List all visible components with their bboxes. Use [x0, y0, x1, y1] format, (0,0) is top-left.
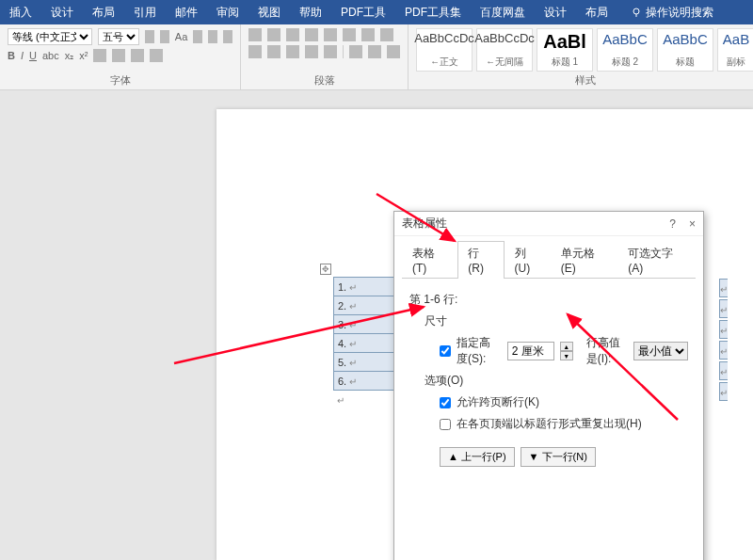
rows-range-label: 第 1-6 行: — [409, 292, 688, 308]
superscript-button[interactable]: x² — [79, 50, 88, 61]
tell-me-label: 操作说明搜索 — [646, 5, 713, 21]
paragraph-mark-icon: ↵ — [337, 395, 344, 406]
italic-button[interactable]: I — [21, 50, 24, 61]
menu-layout-2[interactable]: 布局 — [576, 0, 617, 24]
menu-mailings[interactable]: 邮件 — [166, 0, 207, 24]
align-left-icon[interactable] — [248, 45, 262, 58]
table-move-handle[interactable]: ✥ — [320, 264, 331, 275]
group-font-label: 字体 — [8, 73, 232, 88]
group-styles: AaBbCcDc←正文 AaBbCcDc←无间隔 AaBl标题 1 AaBbC标… — [409, 24, 753, 89]
sort-icon[interactable] — [343, 28, 356, 41]
char-shading-icon[interactable] — [150, 49, 163, 62]
allow-break-checkbox[interactable] — [440, 397, 451, 408]
menu-design-2[interactable]: 设计 — [535, 0, 576, 24]
specify-height-label: 指定高度(S): — [457, 335, 502, 367]
increase-indent-icon[interactable] — [324, 28, 337, 41]
table-row: 5. ↵ — [334, 353, 399, 372]
bold-button[interactable]: B — [8, 50, 15, 61]
group-paragraph: 段落 — [241, 24, 409, 89]
increase-font-icon[interactable] — [145, 30, 154, 43]
menu-help[interactable]: 帮助 — [290, 0, 331, 24]
shading-icon[interactable] — [368, 45, 381, 58]
align-center-icon[interactable] — [267, 45, 280, 58]
style-subtitle[interactable]: AaB副标 — [717, 28, 753, 72]
phonetic-guide-icon[interactable] — [208, 30, 217, 43]
menu-review[interactable]: 审阅 — [207, 0, 248, 24]
bulb-icon — [631, 7, 642, 18]
text-effects-icon[interactable] — [93, 49, 106, 62]
clear-format-icon[interactable] — [193, 30, 202, 43]
change-case-icon[interactable]: Aa — [175, 31, 187, 42]
menu-baidu-netdisk[interactable]: 百度网盘 — [471, 0, 535, 24]
line-spacing-icon[interactable] — [349, 45, 362, 58]
menu-references[interactable]: 引用 — [124, 0, 166, 24]
dialog-title: 表格属性 — [402, 216, 447, 232]
tab-alt-text[interactable]: 可选文字(A) — [617, 241, 696, 279]
specify-height-checkbox[interactable] — [440, 345, 451, 357]
tab-cell[interactable]: 单元格(E) — [551, 241, 617, 279]
row-height-is-label: 行高值是(I): — [586, 335, 628, 367]
dialog-titlebar[interactable]: 表格属性 ? × — [394, 212, 703, 236]
allow-break-label: 允许跨页断行(K) — [457, 394, 539, 410]
group-paragraph-label: 段落 — [248, 73, 400, 88]
prev-row-button[interactable]: ▲ 上一行(P) — [440, 447, 515, 467]
menu-bar: 插入 设计 布局 引用 邮件 审阅 视图 帮助 PDF工具 PDF工具集 百度网… — [0, 0, 753, 24]
height-spin-up[interactable]: ▲ — [560, 342, 573, 351]
highlight-icon[interactable] — [112, 49, 125, 62]
height-spin-down[interactable]: ▼ — [560, 351, 573, 360]
justify-icon[interactable] — [305, 45, 318, 58]
menu-pdf-tools[interactable]: PDF工具 — [331, 0, 395, 24]
menu-pdf-toolset[interactable]: PDF工具集 — [395, 0, 471, 24]
menu-view[interactable]: 视图 — [248, 0, 290, 24]
table-row: 1. ↵ — [334, 278, 399, 296]
decrease-font-icon[interactable] — [160, 30, 169, 43]
style-normal[interactable]: AaBbCcDc←正文 — [416, 28, 473, 72]
style-heading2[interactable]: AaBbC标题 2 — [597, 28, 653, 72]
subscript-button[interactable]: x₂ — [65, 50, 74, 62]
tab-row[interactable]: 行(R) — [457, 241, 504, 279]
ribbon: 等线 (中文正文) 五号 Aa B I U abc x₂ x² — [0, 24, 753, 90]
menu-design[interactable]: 设计 — [41, 0, 83, 24]
menu-insert[interactable]: 插入 — [0, 0, 41, 24]
style-no-spacing[interactable]: AaBbCcDc←无间隔 — [476, 28, 533, 72]
tell-me-search[interactable]: 操作说明搜索 — [621, 0, 723, 24]
multilevel-icon[interactable] — [286, 28, 299, 41]
next-row-button[interactable]: ▼ 下一行(N) — [521, 447, 596, 467]
separator — [343, 45, 344, 58]
table-row: 3. ↵ — [334, 315, 399, 334]
ltr-icon[interactable] — [361, 28, 375, 41]
char-border-icon[interactable] — [223, 30, 232, 43]
strike-button[interactable]: abc — [42, 50, 59, 61]
dialog-close-button[interactable]: × — [689, 217, 696, 231]
numbering-icon[interactable] — [267, 28, 280, 41]
font-color-icon[interactable] — [131, 49, 144, 62]
style-title[interactable]: AaBbC标题 — [657, 28, 713, 72]
group-styles-label: 样式 — [416, 73, 753, 88]
repeat-header-checkbox[interactable] — [440, 419, 451, 430]
bullets-icon[interactable] — [248, 28, 262, 41]
table-row: 6. ↵ — [334, 372, 399, 391]
style-heading1[interactable]: AaBl标题 1 — [537, 28, 593, 72]
tab-column[interactable]: 列(U) — [505, 241, 551, 279]
table-right-edge: ↵↵↵↵↵↵ — [717, 277, 753, 403]
dialog-tabs: 表格(T) 行(R) 列(U) 单元格(E) 可选文字(A) — [402, 240, 696, 279]
svg-point-0 — [633, 8, 639, 14]
tab-table[interactable]: 表格(T) — [402, 241, 457, 279]
font-size-select[interactable]: 五号 — [98, 28, 139, 45]
align-right-icon[interactable] — [286, 45, 299, 58]
height-spinner: ▲ ▼ — [560, 342, 573, 360]
menu-layout[interactable]: 布局 — [83, 0, 124, 24]
row-height-mode-select[interactable]: 最小值 — [633, 342, 688, 360]
row-height-input[interactable] — [507, 342, 554, 360]
show-marks-icon[interactable] — [380, 28, 393, 41]
font-name-select[interactable]: 等线 (中文正文) — [8, 28, 92, 45]
dialog-help-button[interactable]: ? — [669, 217, 676, 231]
document-area: ✥ 1. ↵ 2. ↵ 3. ↵ 4. ↵ 5. ↵ 6. ↵ ↵ ↵↵↵↵↵↵… — [0, 90, 753, 560]
distribute-icon[interactable] — [324, 45, 337, 58]
table[interactable]: ✥ 1. ↵ 2. ↵ 3. ↵ 4. ↵ 5. ↵ 6. ↵ ↵ — [333, 277, 399, 408]
size-label: 尺寸 — [425, 313, 688, 329]
borders-icon[interactable] — [387, 45, 400, 58]
options-label: 选项(O) — [425, 373, 688, 389]
decrease-indent-icon[interactable] — [305, 28, 318, 41]
underline-button[interactable]: U — [29, 50, 37, 61]
